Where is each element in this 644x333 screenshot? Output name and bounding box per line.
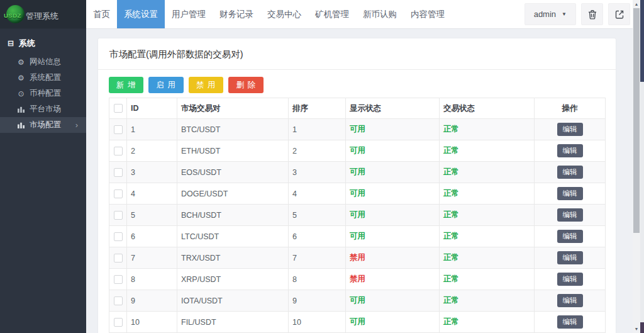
sidebar-item[interactable]: ⊙币种配置	[0, 86, 86, 101]
nav-item[interactable]: 系统设置	[117, 0, 165, 28]
row-checkbox[interactable]	[114, 168, 123, 177]
nav-item[interactable]: 矿机管理	[308, 0, 356, 28]
cell-pair: ETH/USDT	[177, 140, 289, 162]
sidebar: ⊟ 系统 ⚙网站信息⚙系统配置⊙币种配置平台市场市场配置›	[0, 28, 86, 333]
cell-id: 9	[127, 290, 177, 312]
cell-pair: BCH/USDT	[177, 205, 289, 226]
table-row: 4DOGE/USDT4可用正常编辑	[109, 183, 606, 205]
disable-button[interactable]: 禁 用	[189, 77, 223, 93]
row-checkbox[interactable]	[114, 125, 123, 134]
logo[interactable]: USDZ 管理系统	[0, 0, 86, 28]
display-status-badge: 可用	[350, 232, 365, 240]
row-checkbox[interactable]	[114, 232, 123, 241]
sidebar-item-label: 平台市场	[30, 104, 61, 115]
vertical-scrollbar[interactable]: ▲ ▼	[633, 0, 640, 333]
edit-button[interactable]: 编辑	[557, 166, 583, 179]
row-checkbox[interactable]	[114, 254, 123, 262]
sidebar-item[interactable]: 市场配置›	[0, 117, 86, 133]
column-header: 显示状态	[346, 98, 440, 119]
trade-status-badge: 正常	[443, 189, 459, 198]
logo-brand-text: USDZ	[4, 12, 21, 19]
logout-icon	[614, 9, 625, 20]
display-status-badge: 禁用	[350, 274, 365, 283]
select-all-checkbox[interactable]	[114, 104, 123, 113]
cell-pair: FIL/USDT	[177, 312, 289, 333]
sidebar-section-label: 系统	[19, 38, 35, 49]
cell-sort: 9	[289, 290, 346, 312]
column-header: 市场交易对	[177, 98, 289, 119]
globe-logo-icon: USDZ	[6, 4, 25, 24]
nav-item[interactable]: 新币认购	[356, 0, 404, 28]
edit-button[interactable]: 编辑	[557, 144, 583, 157]
display-status-badge: 禁用	[350, 253, 365, 262]
trade-status-badge: 正常	[443, 296, 459, 305]
row-checkbox[interactable]	[114, 189, 123, 198]
sidebar-section-system[interactable]: ⊟ 系统	[0, 28, 86, 54]
sidebar-item-label: 币种配置	[30, 88, 61, 99]
sidebar-item-label: 系统配置	[30, 72, 61, 83]
row-checkbox[interactable]	[114, 211, 123, 220]
edit-button[interactable]: 编辑	[557, 273, 583, 286]
row-checkbox[interactable]	[114, 275, 123, 284]
cell-sort: 4	[289, 183, 346, 205]
scrollbar-thumb[interactable]	[633, 8, 640, 233]
row-checkbox[interactable]	[114, 318, 123, 327]
trash-button[interactable]	[581, 3, 603, 25]
trade-status-badge: 正常	[443, 274, 459, 283]
edit-button[interactable]: 编辑	[557, 187, 583, 200]
cell-sort: 6	[289, 226, 346, 247]
nav-item[interactable]: 用户管理	[165, 0, 213, 28]
scroll-down-arrow-icon[interactable]: ▼	[633, 327, 640, 331]
cell-pair: TRX/USDT	[177, 247, 289, 269]
nav-item[interactable]: 交易中心	[260, 0, 308, 28]
cell-id: 8	[127, 269, 177, 290]
cell-id: 10	[127, 312, 177, 333]
app-title: 管理系统	[26, 11, 58, 22]
trade-status-badge: 正常	[443, 253, 459, 262]
edit-button[interactable]: 编辑	[557, 208, 583, 222]
display-status-badge: 可用	[350, 125, 365, 133]
window-edge-bottom	[640, 322, 644, 333]
sidebar-item[interactable]: ⚙网站信息	[0, 54, 86, 70]
table-row: 3EOS/USDT3可用正常编辑	[109, 162, 606, 183]
column-header: 排序	[289, 98, 346, 119]
edit-button[interactable]: 编辑	[557, 123, 583, 136]
enable-button[interactable]: 启 用	[148, 77, 183, 93]
nav-item[interactable]: 首页	[86, 0, 117, 28]
bar-chart-icon	[17, 121, 25, 128]
edit-button[interactable]: 编辑	[557, 315, 583, 329]
edit-button[interactable]: 编辑	[557, 294, 583, 307]
scroll-up-arrow-icon[interactable]: ▲	[633, 2, 640, 6]
bar-chart-icon	[17, 106, 25, 113]
trade-status-badge: 正常	[443, 317, 459, 326]
user-menu-button[interactable]: admin ▼	[525, 3, 576, 25]
gear-icon: ⚙	[17, 59, 25, 66]
table-row: 9IOTA/USDT9可用正常编辑	[109, 290, 606, 312]
window-edge-middle	[640, 82, 644, 322]
edit-button[interactable]: 编辑	[557, 251, 583, 264]
collapse-square-icon: ⊟	[8, 40, 14, 47]
add-button[interactable]: 新 增	[109, 77, 143, 93]
logout-button[interactable]	[608, 3, 630, 25]
window-edge-top	[640, 0, 644, 82]
gear-icon: ⚙	[17, 74, 25, 82]
cell-sort: 8	[289, 269, 346, 290]
display-status-badge: 可用	[350, 210, 365, 219]
cell-sort: 7	[289, 247, 346, 269]
sidebar-item[interactable]: 平台市场	[0, 101, 86, 117]
cell-sort: 5	[289, 205, 346, 226]
topbar-actions: admin ▼	[525, 0, 630, 28]
cell-id: 7	[127, 247, 177, 269]
sidebar-item[interactable]: ⚙系统配置	[0, 70, 86, 86]
cell-id: 5	[127, 205, 177, 226]
nav-item[interactable]: 内容管理	[404, 0, 452, 28]
cell-id: 2	[127, 140, 177, 162]
cell-id: 3	[127, 162, 177, 183]
row-checkbox[interactable]	[114, 296, 123, 305]
row-checkbox[interactable]	[114, 147, 123, 155]
action-toolbar: 新 增启 用禁 用删 除	[98, 70, 616, 93]
nav-item[interactable]: 财务记录	[213, 0, 260, 28]
delete-button[interactable]: 删 除	[228, 77, 263, 93]
edit-button[interactable]: 编辑	[557, 230, 583, 243]
chevron-down-icon: ▼	[562, 11, 567, 17]
